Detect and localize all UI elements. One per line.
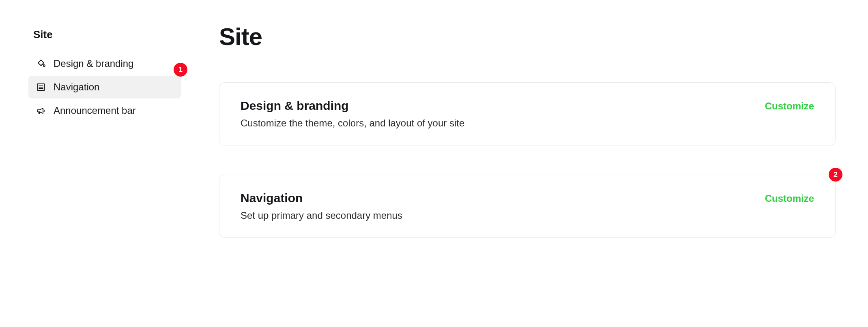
- sidebar-item-navigation[interactable]: Navigation: [28, 76, 181, 98]
- sidebar-item-label: Design & branding: [54, 58, 133, 69]
- annotation-badge-1: 1: [174, 63, 187, 77]
- card-text: Navigation Set up primary and secondary …: [241, 191, 765, 221]
- sidebar-item-label: Navigation: [54, 81, 99, 93]
- sidebar-item-label: Announcement bar: [54, 105, 136, 116]
- sidebar-title: Site: [28, 28, 181, 41]
- card-title: Navigation: [241, 191, 765, 205]
- card-title: Design & branding: [241, 99, 765, 113]
- card-description: Set up primary and secondary menus: [241, 210, 765, 221]
- list-icon: [36, 82, 46, 92]
- card-description: Customize the theme, colors, and layout …: [241, 118, 765, 129]
- sidebar: Site Design & branding Navigation: [0, 0, 191, 327]
- sidebar-item-announcement-bar[interactable]: Announcement bar: [28, 99, 181, 122]
- megaphone-icon: [36, 105, 46, 116]
- sidebar-item-design-branding[interactable]: Design & branding: [28, 52, 181, 75]
- card-navigation: Navigation Set up primary and secondary …: [219, 175, 836, 238]
- customize-button-design[interactable]: Customize: [765, 99, 814, 112]
- card-text: Design & branding Customize the theme, c…: [241, 99, 765, 129]
- palette-icon: [36, 58, 46, 69]
- card-design-branding: Design & branding Customize the theme, c…: [219, 82, 836, 145]
- page-title: Site: [219, 23, 836, 51]
- customize-button-navigation[interactable]: Customize: [765, 191, 814, 204]
- main-content: Site Design & branding Customize the the…: [191, 0, 868, 327]
- annotation-badge-2: 2: [829, 168, 842, 182]
